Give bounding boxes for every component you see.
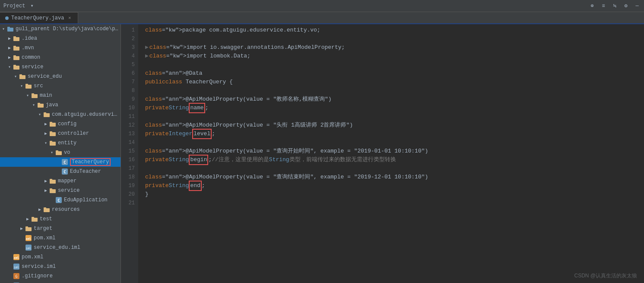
project-label[interactable]: Project [3, 3, 25, 9]
svg-rect-9 [13, 65, 16, 67]
code-content: 123456789101112131415161718192021 class=… [121, 24, 644, 283]
sidebar-item-label: guli_parent D:\study\java\code\project\g… [16, 26, 119, 32]
svg-rect-33 [50, 179, 52, 181]
line-number: 14 [121, 138, 135, 147]
svg-rect-41 [32, 217, 34, 219]
tree-icon-iml: iml [25, 244, 32, 251]
sidebar-item-main[interactable]: ▾main [0, 91, 121, 100]
tree-icon-folder [13, 45, 20, 51]
title-bar-icons: ⊕ ≡ ≒ ⚙ — [589, 3, 641, 10]
add-icon[interactable]: ⊕ [589, 3, 596, 10]
sidebar-item-entity[interactable]: ▾entity [0, 138, 121, 148]
code-line: class="ann">@ApiModelProperty(value = "教… [145, 95, 644, 104]
sidebar-item-config[interactable]: ▶config [0, 119, 121, 129]
code-line [145, 86, 644, 95]
code-editor[interactable]: 123456789101112131415161718192021 class=… [121, 24, 644, 283]
settings-icon[interactable]: ⚙ [622, 3, 629, 10]
tree-icon-folder [55, 149, 62, 156]
sidebar-item-vo[interactable]: ▾vo [0, 148, 121, 157]
sidebar-item-guli_parent[interactable]: ▾guli_parent D:\study\java\code\project\… [0, 24, 121, 34]
svg-text:xml: xml [26, 237, 32, 241]
sidebar-item-src[interactable]: ▾src [0, 81, 121, 91]
collapse-icon[interactable]: — [634, 3, 641, 10]
line-number: 5 [121, 60, 135, 69]
sidebar-item-TeacherQuery[interactable]: CTeacherQuery [0, 157, 121, 167]
sidebar-item-mvn[interactable]: ▶.mvn [0, 43, 121, 53]
tree-arrow-icon: ▶ [6, 55, 13, 60]
sidebar-item-gitignore[interactable]: G.gitignore [0, 271, 121, 281]
tab-teacherquery[interactable]: TeacherQuery.java × [0, 12, 78, 23]
svg-rect-13 [25, 84, 28, 86]
code-line: private String end; [145, 181, 644, 190]
line-number: 6 [121, 69, 135, 78]
sidebar-item-common[interactable]: ▶common [0, 53, 121, 62]
sidebar-item-service_iml[interactable]: imlservice.iml [0, 262, 121, 271]
list-icon[interactable]: ≡ [600, 3, 607, 10]
tab-close-button[interactable]: × [67, 15, 73, 21]
code-line: private String begin;//注意，这里使用的是String类型… [145, 156, 644, 164]
project-dropdown-icon[interactable]: ▾ [30, 3, 33, 9]
sidebar-item-service[interactable]: ▾service [0, 62, 121, 72]
sidebar-item-label: pom.xml [22, 254, 43, 260]
sidebar-item-EduApplication[interactable]: CEduApplication [0, 195, 121, 205]
sidebar-item-EduTeacher[interactable]: CEduTeacher [0, 167, 121, 176]
tree-arrow-icon: ▾ [30, 102, 37, 108]
line-number: 7 [121, 78, 135, 86]
tree-icon-git: G [13, 273, 20, 280]
sidebar-item-service_edu[interactable]: ▾service_edu [0, 72, 121, 81]
svg-text:iml: iml [14, 266, 19, 269]
tree-icon-folder [49, 121, 56, 127]
sidebar-item-service2[interactable]: ▶service [0, 186, 121, 195]
svg-rect-39 [44, 207, 46, 209]
svg-text:xml: xml [14, 256, 19, 260]
sidebar-item-target[interactable]: ▶target [0, 224, 121, 233]
svg-rect-11 [19, 74, 22, 76]
sidebar-item-mapper[interactable]: ▶mapper [0, 176, 121, 186]
sort-icon[interactable]: ≒ [611, 3, 618, 10]
tree-arrow-icon: ▶ [42, 131, 49, 136]
svg-rect-19 [44, 112, 46, 114]
sidebar-item-test[interactable]: ▶test [0, 214, 121, 224]
code-line: ▶class="kw">import io.swagger.annotation… [145, 43, 644, 52]
line-numbers: 123456789101112131415161718192021 [121, 24, 138, 283]
sidebar-tree: ▾guli_parent D:\study\java\code\project\… [0, 24, 121, 283]
code-line [145, 35, 644, 43]
sidebar-item-label: resources [52, 207, 80, 213]
sidebar-item-label: EduApplication [64, 197, 108, 203]
code-line: public class TeacherQuery { [145, 78, 644, 86]
code-line [145, 164, 644, 173]
code-line: } [145, 190, 644, 199]
line-number: 21 [121, 199, 135, 207]
sidebar-item-label: common [22, 54, 40, 60]
tree-arrow-icon: ▾ [42, 140, 49, 146]
tree-icon-folder [49, 178, 56, 184]
sidebar-item-idea[interactable]: ▶.idea [0, 34, 121, 43]
tree-icon-xml: xml [25, 235, 32, 242]
line-number: 13 [121, 130, 135, 138]
fold-arrow-icon[interactable]: ▶ [145, 43, 149, 52]
sidebar-item-java[interactable]: ▾java [0, 100, 121, 110]
tree-arrow-icon: ▾ [18, 83, 25, 89]
sidebar-item-pom_root[interactable]: xmlpom.xml [0, 252, 121, 262]
sidebar-item-service_edu_iml[interactable]: imlservice_edu.iml [0, 243, 121, 252]
line-number: 11 [121, 112, 135, 121]
sidebar-item-resources[interactable]: ▶resources [0, 205, 121, 214]
sidebar-item-label: src [34, 83, 43, 89]
fold-arrow-icon[interactable]: ▶ [145, 52, 149, 60]
sidebar-item-guli_parent_iml[interactable]: imlguli_parent.iml [0, 281, 121, 283]
code-line [145, 138, 644, 147]
sidebar-item-com_atguigu[interactable]: ▾com.atguigu.eduservice [0, 110, 121, 119]
code-line: private Integer level; [145, 130, 644, 138]
code-line: class="ann">@ApiModelProperty(value = "查… [145, 173, 644, 181]
sidebar-item-controller[interactable]: ▶controller [0, 129, 121, 138]
svg-rect-17 [38, 103, 40, 105]
tree-arrow-icon: ▾ [24, 93, 31, 98]
tree-arrow-icon: ▾ [36, 112, 43, 117]
code-line [145, 112, 644, 121]
tree-arrow-icon: ▶ [36, 207, 43, 212]
code-lines: class="kw">package com.atguigu.eduservic… [138, 24, 644, 283]
tree-arrow-icon: ▶ [24, 216, 31, 222]
svg-rect-23 [50, 131, 52, 133]
svg-rect-15 [32, 93, 34, 95]
sidebar-item-pom_edu[interactable]: xmlpom.xml [0, 233, 121, 243]
